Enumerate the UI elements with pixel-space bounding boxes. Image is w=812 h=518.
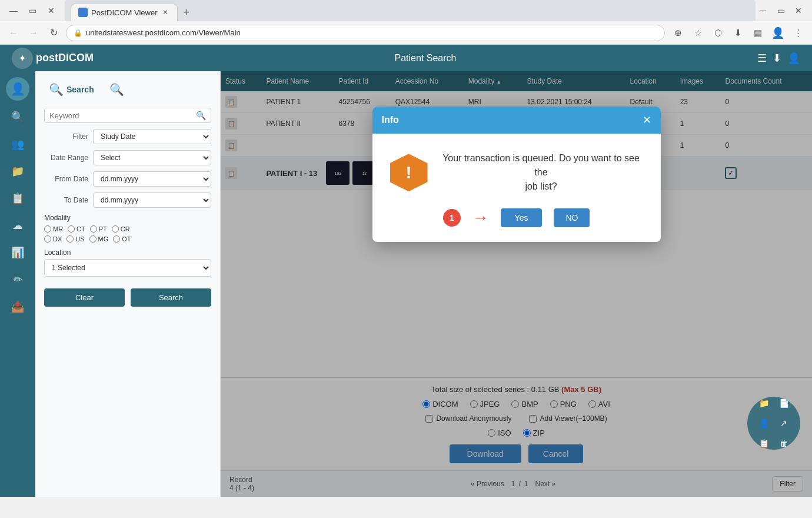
- header-icons: ☰ ⬇ 👤: [757, 52, 800, 65]
- modality-us-radio[interactable]: [66, 235, 74, 243]
- from-date-select[interactable]: dd.mm.yyyy: [93, 171, 211, 187]
- logo-text: postDICOM: [36, 52, 94, 64]
- modality-pt: PT: [90, 225, 107, 233]
- search-button[interactable]: Search: [131, 288, 211, 307]
- sidebar-icon-list[interactable]: 📊: [7, 242, 28, 263]
- tab-close-btn[interactable]: ✕: [161, 8, 170, 17]
- chrome-maximize-btn[interactable]: ▭: [773, 3, 788, 18]
- active-tab[interactable]: PostDICOM Viewer ✕: [71, 4, 178, 21]
- modality-ot: OT: [113, 235, 131, 243]
- left-panel: 🔍 Search 🔍 🔍 Filter Study Date Date Rang…: [35, 71, 221, 497]
- clear-button[interactable]: Clear: [44, 288, 125, 307]
- fab-main[interactable]: 📁 📄 👤 ↗ 📋 🗑: [747, 397, 800, 450]
- step-indicator: 1: [443, 209, 461, 227]
- sidebar-icon-edit[interactable]: ✏: [7, 269, 28, 290]
- app-wrapper: ✦ postDICOM Patient Search ☰ ⬇ 👤 👤 🔍 👥 📁…: [0, 45, 812, 497]
- modality-pt-label: PT: [99, 225, 107, 233]
- to-date-select[interactable]: dd.mm.yyyy: [93, 192, 211, 208]
- location-select[interactable]: 1 Selected: [44, 259, 211, 277]
- sidebar-icon-upload[interactable]: ☁: [7, 215, 28, 236]
- modality-section: Modality MR CT PT: [44, 214, 211, 243]
- modality-dx-label: DX: [53, 235, 62, 243]
- to-date-row: To Date dd.mm.yyyy: [44, 192, 211, 208]
- info-dialog: Info ✕ ! Your transaction is queued. Do …: [372, 107, 661, 242]
- modality-row-2: DX US MG OT: [44, 235, 211, 243]
- translate-icon[interactable]: ⊕: [670, 25, 686, 41]
- date-range-label: Date Range: [44, 154, 88, 162]
- new-tab-btn[interactable]: +: [178, 5, 194, 21]
- list-icon[interactable]: ☰: [757, 52, 767, 65]
- app-logo: ✦ postDICOM: [12, 48, 94, 69]
- modality-pt-radio[interactable]: [90, 225, 97, 233]
- dialog-message-line1: Your transaction is queued. Do you want …: [442, 153, 640, 177]
- modality-mr-radio[interactable]: [44, 225, 51, 233]
- sidebar-toggle-icon[interactable]: ▤: [750, 25, 766, 41]
- date-range-select[interactable]: Select: [93, 150, 211, 165]
- sidebar-icon-folder[interactable]: 📁: [7, 161, 28, 182]
- overlay: Info ✕ ! Your transaction is queued. Do …: [221, 71, 812, 497]
- dialog-close-btn[interactable]: ✕: [643, 114, 651, 127]
- sidebar-avatar: 👤: [6, 77, 29, 101]
- modality-cr: CR: [112, 225, 130, 233]
- url-box[interactable]: 🔒 unitedstateswest.postdicom.com/Viewer/…: [66, 25, 665, 41]
- download-header-icon[interactable]: ⬇: [773, 52, 781, 65]
- profile-icon[interactable]: 👤: [770, 25, 786, 41]
- dialog-content-row: ! Your transaction is queued. Do you wan…: [390, 151, 643, 194]
- browser-icons: ⊕ ☆ ⬡ ⬇ ▤ 👤 ⋮: [670, 25, 806, 41]
- extensions-icon[interactable]: ⬡: [710, 25, 726, 41]
- sidebar-icon-search[interactable]: 🔍: [7, 107, 28, 128]
- menu-icon[interactable]: ⋮: [790, 25, 806, 41]
- dialog-buttons: 1 → Yes NO: [443, 208, 590, 227]
- search-tab-advanced[interactable]: 🔍: [105, 80, 129, 99]
- date-range-row: Date Range Select: [44, 150, 211, 165]
- modality-mg-radio[interactable]: [89, 235, 96, 243]
- location-label: Location: [44, 248, 211, 257]
- sidebar-icon-patients[interactable]: 👥: [7, 134, 28, 155]
- chrome-close-btn[interactable]: ✕: [791, 3, 806, 18]
- modality-mg: MG: [89, 235, 109, 243]
- chrome-minimize-btn[interactable]: ─: [756, 3, 771, 18]
- warning-icon: !: [390, 154, 428, 191]
- search-tabs: 🔍 Search 🔍: [44, 80, 211, 99]
- maximize-btn[interactable]: ▭: [25, 3, 40, 18]
- modality-cr-radio[interactable]: [112, 225, 119, 233]
- no-button[interactable]: NO: [554, 208, 590, 227]
- modality-ot-radio[interactable]: [113, 235, 120, 243]
- dialog-body: ! Your transaction is queued. Do you wan…: [372, 134, 661, 242]
- dialog-message: Your transaction is queued. Do you want …: [440, 151, 643, 194]
- search-tab-main[interactable]: 🔍 Search: [44, 80, 99, 99]
- fab-document-icon[interactable]: 📄: [776, 395, 792, 411]
- modality-row-1: MR CT PT CR: [44, 225, 211, 233]
- modality-cr-label: CR: [121, 225, 130, 233]
- back-btn[interactable]: ←: [6, 25, 21, 41]
- modality-mr: MR: [44, 225, 63, 233]
- modality-ct: CT: [68, 225, 85, 233]
- sidebar-icon-export[interactable]: 📤: [7, 296, 28, 317]
- user-header-icon[interactable]: 👤: [787, 52, 800, 65]
- fab-add-user-icon[interactable]: 👤: [756, 415, 772, 431]
- minimize-btn[interactable]: —: [6, 3, 21, 18]
- modality-mr-label: MR: [53, 225, 63, 233]
- forward-btn[interactable]: →: [26, 25, 41, 41]
- keyword-input[interactable]: [49, 111, 196, 120]
- modality-dx-radio[interactable]: [44, 235, 51, 243]
- fab-report-icon[interactable]: 📋: [756, 435, 772, 451]
- modality-us-label: US: [75, 235, 84, 243]
- fab-share-icon[interactable]: ↗: [776, 415, 792, 431]
- sidebar-icon-report[interactable]: 📋: [7, 188, 28, 209]
- yes-button[interactable]: Yes: [501, 208, 543, 227]
- fab-folder-icon[interactable]: 📁: [756, 395, 772, 411]
- modality-ct-radio[interactable]: [68, 225, 75, 233]
- close-btn[interactable]: ✕: [44, 3, 59, 18]
- keyword-row: 🔍: [44, 108, 211, 123]
- bookmark-icon[interactable]: ☆: [690, 25, 706, 41]
- filter-select[interactable]: Study Date: [93, 129, 211, 144]
- refresh-btn[interactable]: ↻: [46, 25, 61, 41]
- url-text: unitedstateswest.postdicom.com/Viewer/Ma…: [86, 28, 241, 37]
- app-title: Patient Search: [395, 53, 457, 64]
- action-buttons: Clear Search: [44, 288, 211, 307]
- fab-delete-icon[interactable]: 🗑: [776, 435, 792, 451]
- fab-container: 📁 📄 👤 ↗ 📋 🗑: [747, 397, 800, 450]
- browser-download-icon[interactable]: ⬇: [730, 25, 746, 41]
- tab-favicon: [78, 8, 88, 17]
